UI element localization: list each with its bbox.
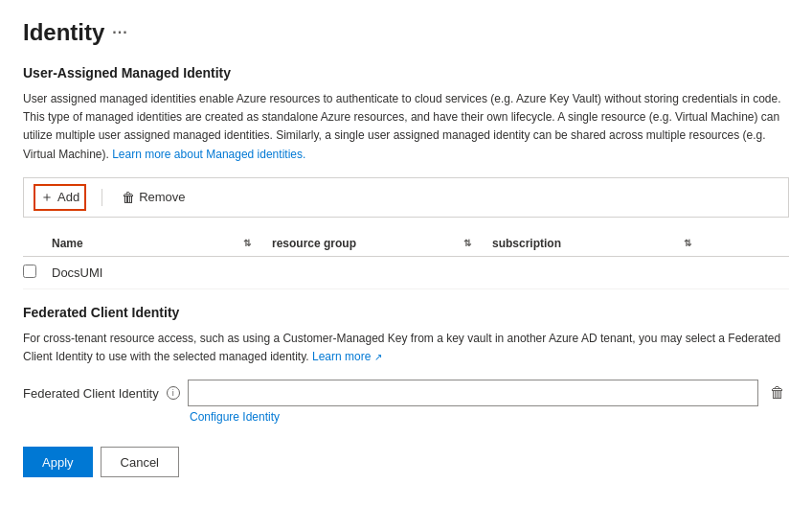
row-checkbox[interactable] (23, 265, 36, 278)
name-column-header: Name (52, 237, 243, 250)
learn-more-managed-identities-link[interactable]: Learn more about Managed identities. (112, 148, 305, 161)
subscription-sort-icon[interactable]: ⇅ (684, 238, 712, 248)
user-assigned-section-title: User-Assigned Managed Identity (23, 65, 789, 81)
toolbar-divider (102, 189, 102, 206)
federated-field-label: Federated Client Identity (23, 386, 159, 401)
federated-section-title: Federated Client Identity (23, 305, 789, 320)
federated-learn-more-link[interactable]: Learn more ↗ (312, 350, 382, 363)
user-assigned-description: User assigned managed identities enable … (23, 90, 789, 164)
table-row: DocsUMI (23, 257, 789, 289)
page-title: Identity (23, 19, 104, 46)
federated-delete-button[interactable]: 🗑 (766, 382, 789, 403)
remove-button[interactable]: 🗑 Remove (118, 188, 189, 207)
info-icon[interactable]: i (167, 386, 180, 400)
apply-button[interactable]: Apply (23, 447, 93, 477)
user-assigned-toolbar: ＋ Add 🗑 Remove (23, 177, 789, 218)
row-checkbox-cell[interactable] (23, 265, 52, 281)
configure-identity-link[interactable]: Configure Identity (190, 410, 789, 424)
federated-client-identity-row: Federated Client Identity i 🗑 (23, 380, 789, 406)
footer-buttons: Apply Cancel (23, 447, 789, 477)
federated-section: Federated Client Identity For cross-tena… (23, 305, 789, 424)
trash-icon: 🗑 (770, 384, 785, 401)
trash-icon: 🗑 (122, 190, 135, 205)
add-button[interactable]: ＋ Add (36, 187, 83, 208)
add-btn-wrapper: ＋ Add (34, 184, 86, 211)
page-header: Identity ··· (23, 19, 789, 46)
subscription-column-header: subscription (492, 237, 684, 250)
cancel-button[interactable]: Cancel (101, 447, 179, 477)
resource-group-sort-icon[interactable]: ⇅ (463, 238, 492, 248)
row-name: DocsUMI (52, 265, 243, 280)
table-header: Name ⇅ resource group ⇅ subscription ⇅ (23, 231, 789, 257)
federated-client-identity-input[interactable] (188, 380, 758, 406)
external-link-icon: ↗ (374, 352, 382, 362)
user-assigned-section: User-Assigned Managed Identity User assi… (23, 65, 789, 289)
federated-description: For cross-tenant resource access, such a… (23, 330, 789, 366)
ellipsis-menu-icon[interactable]: ··· (112, 24, 127, 41)
resource-group-column-header: resource group (272, 237, 463, 250)
name-sort-icon[interactable]: ⇅ (243, 238, 272, 248)
plus-icon: ＋ (40, 189, 54, 206)
